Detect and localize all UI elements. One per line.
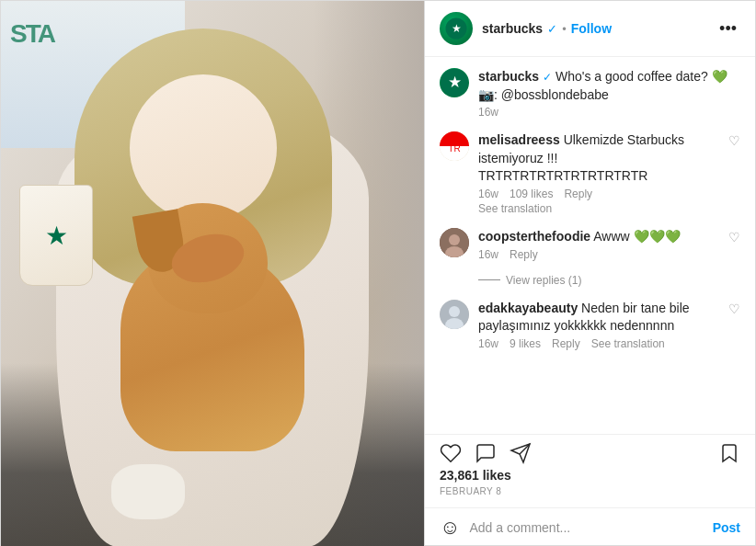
comment-coop-reply[interactable]: Reply	[510, 248, 538, 261]
comment-edak-text: edakkayabeauty Neden bir tane bile payla…	[478, 300, 719, 336]
like-melisa-button[interactable]: ♡	[728, 133, 740, 148]
comment-edak: edakkayabeauty Neden bir tane bile payla…	[440, 300, 740, 350]
follow-button[interactable]: Follow	[571, 21, 612, 36]
post-comment-button[interactable]: Post	[713, 520, 740, 535]
share-button[interactable]	[510, 442, 532, 464]
comment-edak-likes[interactable]: 9 likes	[510, 337, 541, 350]
bookmark-button[interactable]	[718, 442, 740, 464]
comment-button[interactable]	[475, 442, 497, 464]
verified-small: ✓	[543, 71, 552, 84]
comment-coop-meta: 16w Reply	[478, 248, 719, 261]
post-info: ★ starbucks ✓ • Follow ••• ★	[424, 1, 755, 546]
see-translation-melisa[interactable]: See translation	[478, 202, 719, 215]
see-translation-edak[interactable]: See translation	[591, 337, 665, 350]
comment-melisa: TR melisadreess Ulkemizde Starbucks iste…	[440, 131, 740, 215]
comment-melisa-likes[interactable]: 109 likes	[510, 188, 553, 200]
svg-text:★: ★	[452, 22, 462, 35]
view-replies-line	[478, 279, 500, 280]
header-dot: •	[562, 22, 567, 36]
caption-username[interactable]: starbucks	[478, 69, 539, 84]
action-icons	[440, 442, 740, 464]
avatar-coop	[440, 228, 469, 257]
svg-point-11	[449, 306, 460, 317]
caption-avatar: ★	[440, 68, 469, 97]
more-options-button[interactable]: •••	[716, 19, 740, 39]
svg-point-8	[449, 234, 460, 245]
add-comment-area: ☺ Post	[425, 507, 755, 546]
comment-coop-text: coopsterthefoodie Awww 💚💚💚	[478, 228, 719, 246]
emoji-button[interactable]: ☺	[440, 516, 460, 540]
svg-text:TR: TR	[448, 143, 460, 154]
like-coop-button[interactable]: ♡	[728, 230, 740, 245]
caption-text: starbucks ✓ Who's a good coffee date? 💚📷…	[478, 68, 740, 104]
comment-coop-body: coopsterthefoodie Awww 💚💚💚 16w Reply	[478, 228, 719, 261]
like-button[interactable]	[440, 442, 462, 464]
verified-badge: ✓	[547, 22, 557, 36]
comment-coop-username[interactable]: coopsterthefoodie	[478, 229, 590, 244]
likes-count: 23,861 likes	[440, 464, 740, 486]
post-date: February 8	[440, 486, 740, 504]
comment-melisa-time: 16w	[478, 188, 498, 200]
comment-edak-meta: 16w 9 likes Reply See translation	[478, 337, 719, 350]
header-avatar: ★	[440, 12, 473, 45]
comment-coop-content: Awww 💚💚💚	[593, 229, 680, 244]
comment-melisa-meta: 16w 109 likes Reply	[478, 188, 719, 200]
caption-body: starbucks ✓ Who's a good coffee date? 💚📷…	[478, 68, 740, 119]
avatar-melisa: TR	[440, 131, 469, 161]
comment-edak-reply[interactable]: Reply	[552, 337, 580, 350]
view-replies-label[interactable]: View replies (1)	[506, 274, 581, 287]
comment-melisa-text: melisadreess Ulkemizde Starbucks istemiy…	[478, 131, 719, 186]
comment-edak-time: 16w	[478, 337, 498, 350]
header-username[interactable]: starbucks	[482, 21, 543, 36]
comment-edak-body: edakkayabeauty Neden bir tane bile payla…	[478, 300, 719, 350]
view-replies[interactable]: View replies (1)	[478, 274, 740, 287]
actions-area: 23,861 likes February 8	[425, 434, 755, 507]
comment-coop: coopsterthefoodie Awww 💚💚💚 16w Reply ♡	[440, 228, 740, 261]
like-edak-button[interactable]: ♡	[728, 301, 740, 316]
comment-coop-time: 16w	[478, 248, 498, 261]
comment-melisa-reply[interactable]: Reply	[564, 188, 592, 200]
post-image: ★ STA	[1, 1, 424, 546]
post-container: ★ STA ★ starbuck	[0, 0, 756, 546]
caption-meta: 16w	[478, 106, 740, 119]
header-username-area: starbucks ✓ • Follow	[482, 21, 706, 36]
svg-text:★: ★	[448, 74, 462, 91]
comment-melisa-username[interactable]: melisadreess	[478, 132, 560, 147]
comment-input[interactable]	[469, 520, 703, 535]
post-header: ★ starbucks ✓ • Follow •••	[425, 1, 755, 57]
caption-item: ★ starbucks ✓ Who's a good coffee date? …	[440, 68, 740, 119]
avatar-edak	[440, 300, 469, 329]
caption-time: 16w	[478, 106, 498, 119]
comments-area: ★ starbucks ✓ Who's a good coffee date? …	[425, 57, 755, 434]
comment-melisa-body: melisadreess Ulkemizde Starbucks istemiy…	[478, 131, 719, 215]
comment-edak-username[interactable]: edakkayabeauty	[478, 301, 578, 315]
